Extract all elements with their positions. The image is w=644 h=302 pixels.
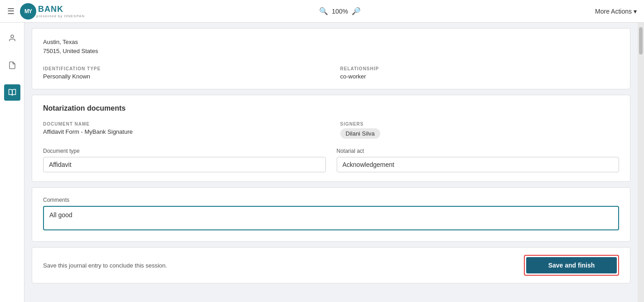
relationship-col: RELATIONSHIP co-worker	[340, 66, 620, 80]
document-type-col: Document type	[43, 148, 326, 172]
sidebar-item-person[interactable]	[4, 30, 20, 46]
notarial-act-input[interactable]	[337, 157, 620, 172]
relationship-label: RELATIONSHIP	[340, 66, 620, 71]
signer-name: Dilani Silva	[346, 130, 375, 137]
id-type-value: Personally Known	[43, 73, 322, 80]
nav-left: ☰ MY BANK presented by ONESPAN	[7, 3, 85, 19]
zoom-level: 100%	[332, 8, 348, 15]
doc-header-row: DOCUMENT NAME Affidavit Form - MyBank Si…	[43, 122, 619, 139]
logo: MY BANK presented by ONESPAN	[20, 3, 85, 19]
save-finish-button-wrapper: Save and finish	[524, 255, 619, 276]
sidebar	[0, 23, 24, 302]
scrollbar[interactable]	[638, 23, 644, 302]
doc-name-value: Affidavit Form - MyBank Signature	[43, 128, 322, 135]
signers-label: SIGNERS	[340, 122, 620, 127]
document-type-input[interactable]	[43, 157, 326, 172]
comments-card: Comments	[32, 187, 630, 242]
doc-name-col: DOCUMENT NAME Affidavit Form - MyBank Si…	[43, 122, 322, 139]
document-type-label: Document type	[43, 148, 326, 154]
sidebar-item-book[interactable]	[4, 84, 20, 101]
top-navigation: ☰ MY BANK presented by ONESPAN 🔍 100% 🔎 …	[0, 0, 644, 23]
comments-textarea[interactable]	[43, 206, 619, 230]
logo-subtitle: presented by ONESPAN	[36, 14, 85, 18]
content-area: Austin, Texas 75015, United States IDENT…	[24, 23, 638, 302]
zoom-out-icon[interactable]: 🔍	[319, 7, 328, 15]
notarization-card: Notarization documents DOCUMENT NAME Aff…	[32, 95, 630, 182]
address-card: Austin, Texas 75015, United States IDENT…	[32, 28, 630, 89]
signer-badge: Dilani Silva	[340, 128, 380, 139]
address-zip: 75015, United States	[43, 47, 619, 56]
doc-type-row: Document type Notarial act	[43, 148, 619, 172]
logo-circle: MY	[20, 3, 36, 19]
id-type-label: IDENTIFICATION TYPE	[43, 66, 322, 71]
zoom-controls: 🔍 100% 🔎	[319, 7, 361, 15]
logo-text: BANK	[38, 5, 63, 14]
hamburger-icon[interactable]: ☰	[7, 6, 15, 16]
id-relationship-row: IDENTIFICATION TYPE Personally Known REL…	[43, 61, 619, 80]
scroll-thumb[interactable]	[639, 27, 643, 54]
more-actions-button[interactable]: More Actions ▾	[595, 8, 637, 15]
notarial-act-label: Notarial act	[337, 148, 620, 154]
address-city: Austin, Texas	[43, 38, 619, 47]
save-finish-button[interactable]: Save and finish	[526, 257, 617, 273]
address-row: Austin, Texas 75015, United States	[43, 38, 619, 55]
address-col: Austin, Texas 75015, United States	[43, 38, 619, 55]
svg-point-0	[11, 35, 14, 38]
footer-info-text: Save this journal entry to conclude this…	[43, 262, 167, 269]
comments-label: Comments	[43, 197, 619, 203]
sidebar-item-document[interactable]	[4, 57, 20, 73]
footer-card: Save this journal entry to conclude this…	[32, 247, 630, 283]
notarial-act-col: Notarial act	[337, 148, 620, 172]
doc-name-label: DOCUMENT NAME	[43, 122, 322, 127]
main-layout: Austin, Texas 75015, United States IDENT…	[0, 23, 644, 302]
section-title: Notarization documents	[43, 104, 619, 112]
zoom-in-icon[interactable]: 🔎	[352, 7, 361, 15]
nav-right: More Actions ▾	[595, 8, 637, 15]
relationship-value: co-worker	[340, 73, 620, 80]
id-type-col: IDENTIFICATION TYPE Personally Known	[43, 66, 322, 80]
signers-col: SIGNERS Dilani Silva	[340, 122, 620, 139]
